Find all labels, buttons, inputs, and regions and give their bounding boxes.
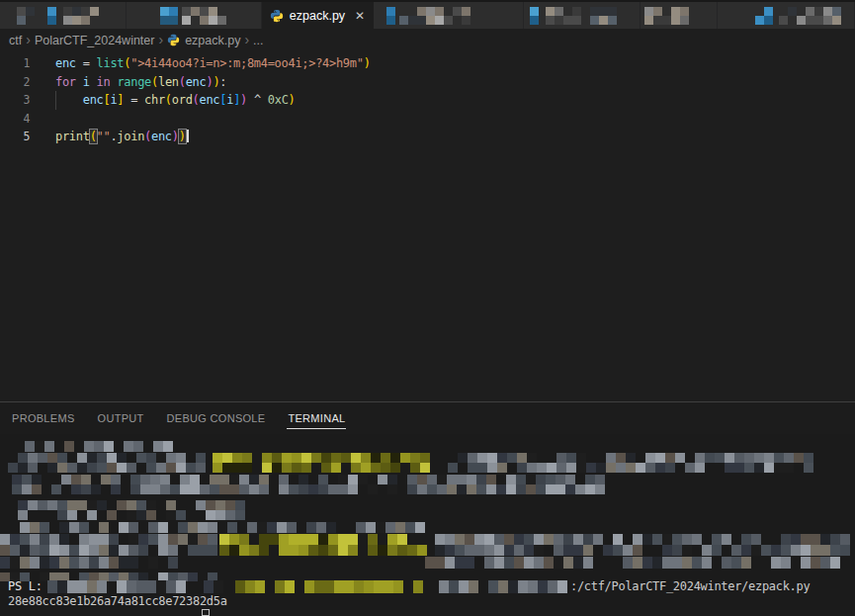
redacted-mosaic bbox=[25, 441, 176, 452]
breadcrumb-label: ezpack.py bbox=[185, 34, 240, 47]
editor-tab-bar: ezpack.py✕ bbox=[0, 0, 855, 29]
breadcrumb-item-ezpack-py[interactable]: ezpack.py bbox=[167, 34, 240, 47]
tab-redacted-6[interactable] bbox=[718, 2, 855, 29]
code-token: chr bbox=[144, 93, 165, 107]
code-token: range bbox=[117, 75, 151, 89]
code-token: ( bbox=[165, 93, 172, 107]
code-token: ) bbox=[179, 130, 186, 143]
code-token: ( bbox=[193, 93, 200, 107]
tab-redacted-0[interactable] bbox=[0, 2, 127, 29]
line-number[interactable]: 3 bbox=[0, 91, 30, 110]
breadcrumb-item-polarctf-2024winter[interactable]: PolarCTF_2024winter bbox=[35, 34, 155, 47]
code-token: enc bbox=[151, 130, 172, 143]
panel-tab-problems[interactable]: PROBLEMS bbox=[11, 408, 76, 428]
code-token: ( bbox=[151, 75, 158, 89]
code-editor[interactable]: 1enc = list(">4i44oo4?i=n>:m;8m4=oo4i;>?… bbox=[0, 51, 855, 401]
tab-redacted-5[interactable] bbox=[641, 2, 718, 29]
close-icon[interactable]: ✕ bbox=[355, 10, 365, 22]
bottom-panel: PROBLEMSOUTPUTDEBUG CONSOLETERMINAL PS L… bbox=[0, 401, 855, 616]
terminal-output-hash: 28e88cc83e1b26a74a81cc8e72382d5a bbox=[8, 594, 227, 608]
code-token: = bbox=[124, 93, 144, 107]
code-token: in bbox=[97, 75, 111, 89]
panel-tab-bar: PROBLEMSOUTPUTDEBUG CONSOLETERMINAL bbox=[0, 402, 855, 434]
code-token: ( bbox=[144, 130, 151, 143]
line-number[interactable]: 2 bbox=[0, 73, 30, 92]
redacted-mosaic bbox=[47, 7, 61, 25]
redacted-mosaic bbox=[0, 557, 198, 569]
code-token: ord bbox=[172, 93, 193, 107]
line-number[interactable]: 4 bbox=[0, 110, 30, 129]
code-text: for i in range(len(enc)): bbox=[55, 73, 226, 92]
redacted-mosaic bbox=[225, 580, 431, 593]
tab-ezpack-py[interactable]: ezpack.py✕ bbox=[262, 2, 374, 29]
tab-redacted-1[interactable] bbox=[127, 2, 262, 29]
code-line-1: 1enc = list(">4i44oo4?i=n>:m;8m4=oo4i;>?… bbox=[0, 54, 855, 73]
redacted-mosaic bbox=[399, 7, 473, 25]
code-token: enc bbox=[83, 93, 104, 107]
code-token: ) bbox=[289, 93, 296, 107]
redacted-mosaic bbox=[644, 7, 694, 25]
redacted-mosaic bbox=[438, 453, 822, 473]
code-token: = bbox=[76, 56, 97, 70]
terminal-cursor bbox=[202, 609, 210, 616]
code-token: ">4i44oo4?i=n>:m;8m4=oo4i;>?4>h9m" bbox=[130, 56, 363, 70]
redacted-mosaic bbox=[755, 7, 777, 25]
redacted-mosaic bbox=[12, 475, 608, 494]
code-token: ( bbox=[90, 130, 97, 143]
terminal-prompt: PS L: bbox=[8, 579, 43, 593]
code-token: i bbox=[83, 75, 90, 89]
panel-tab-terminal[interactable]: TERMINAL bbox=[287, 408, 346, 429]
redacted-mosaic bbox=[435, 534, 850, 556]
redacted-mosaic bbox=[182, 7, 233, 25]
line-number[interactable]: 5 bbox=[0, 128, 30, 146]
indent-guide bbox=[55, 91, 56, 110]
redacted-mosaic bbox=[530, 7, 540, 25]
redacted-mosaic bbox=[160, 7, 180, 25]
code-token: ) bbox=[364, 56, 371, 70]
terminal-command-path: :/ctf/PolarCTF_2024winter/ezpack.py bbox=[570, 579, 810, 593]
code-text: print("".join(enc)) bbox=[55, 128, 189, 146]
code-token: ( bbox=[179, 75, 186, 89]
redacted-mosaic bbox=[425, 557, 845, 569]
code-token: : bbox=[219, 75, 226, 89]
redacted-mosaic bbox=[8, 453, 213, 473]
breadcrumb-label: ... bbox=[253, 34, 263, 47]
chevron-right-icon: › bbox=[158, 32, 163, 47]
code-line-4: 4 bbox=[0, 110, 855, 129]
editor-cursor bbox=[187, 130, 189, 142]
code-line-5: 5print("".join(enc)) bbox=[0, 128, 855, 146]
breadcrumb-label: ctf bbox=[9, 34, 22, 47]
tab-label: ezpack.py bbox=[290, 9, 345, 23]
breadcrumb-label: PolarCTF_2024winter bbox=[35, 34, 155, 47]
tab-redacted-4[interactable] bbox=[524, 2, 641, 29]
code-token bbox=[90, 75, 97, 89]
code-token: 0xC bbox=[268, 93, 289, 107]
tab-redacted-3[interactable] bbox=[374, 2, 524, 29]
code-text: enc[i] = chr(ord(enc[i]) ^ 0xC) bbox=[55, 91, 296, 110]
terminal[interactable]: PS L: :/ctf/PolarCTF_2024winter/ezpack.p… bbox=[0, 434, 855, 616]
code-token: enc bbox=[186, 75, 207, 89]
redacted-mosaic bbox=[194, 580, 223, 593]
code-token: "" bbox=[97, 130, 111, 143]
panel-tab-debug-console[interactable]: DEBUG CONSOLE bbox=[166, 408, 267, 428]
redacted-mosaic bbox=[0, 534, 219, 556]
code-token bbox=[76, 75, 83, 89]
redacted-mosaic bbox=[213, 453, 435, 473]
code-line-2: 2for i in range(len(enc)): bbox=[0, 73, 855, 92]
redacted-mosaic bbox=[17, 7, 43, 25]
code-token: ) bbox=[172, 130, 179, 143]
breadcrumb-item-ctf[interactable]: ctf bbox=[9, 34, 22, 47]
code-token: ) bbox=[240, 93, 247, 107]
redacted-mosaic bbox=[439, 580, 567, 593]
redacted-mosaic bbox=[546, 7, 618, 25]
python-icon bbox=[167, 34, 180, 46]
breadcrumb: ctf›PolarCTF_2024winter›ezpack.py›... bbox=[0, 29, 855, 51]
chevron-right-icon: › bbox=[26, 32, 31, 47]
code-token: join bbox=[117, 130, 144, 143]
panel-tab-output[interactable]: OUTPUT bbox=[97, 408, 145, 428]
breadcrumb-item--[interactable]: ... bbox=[253, 34, 263, 47]
line-number[interactable]: 1 bbox=[0, 54, 30, 73]
code-token: len bbox=[158, 75, 179, 89]
redacted-mosaic bbox=[18, 500, 250, 520]
code-token: ^ bbox=[247, 93, 268, 107]
